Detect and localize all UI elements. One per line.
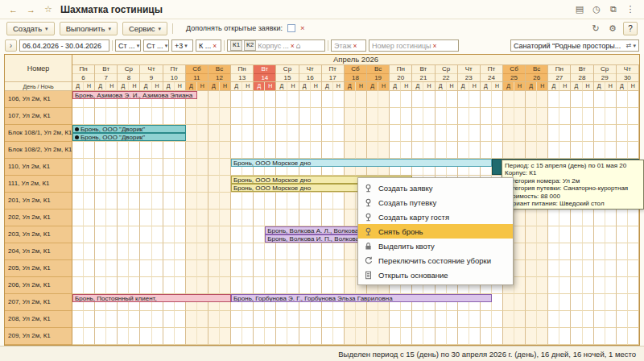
grid-cell[interactable]	[140, 260, 151, 277]
grid-cell[interactable]	[605, 294, 617, 311]
grid-cell[interactable]	[322, 277, 333, 294]
grid-cell[interactable]	[458, 328, 469, 345]
create-button[interactable]: Создать ▾	[6, 22, 55, 35]
day-header[interactable]: Ср15	[276, 65, 299, 82]
grid-cell[interactable]	[367, 125, 378, 142]
grid-cell[interactable]	[514, 294, 526, 311]
grid-cell[interactable]	[594, 328, 605, 345]
grid-cell[interactable]	[254, 193, 265, 210]
grid-cell[interactable]	[129, 193, 140, 210]
execute-button[interactable]: Выполнить ▾	[60, 22, 118, 35]
grid-cell[interactable]	[594, 210, 605, 226]
grid-cell[interactable]	[254, 243, 265, 260]
grid-cell[interactable]	[390, 142, 401, 159]
grid-cell[interactable]	[583, 226, 594, 243]
grid-cell[interactable]	[481, 125, 492, 142]
grid-cell[interactable]	[220, 328, 231, 345]
grid-cell[interactable]	[526, 243, 537, 260]
monitor-icon[interactable]: ▤	[572, 3, 587, 16]
grid-cell[interactable]	[378, 91, 390, 108]
grid-cell[interactable]	[254, 328, 265, 345]
grid-cell[interactable]	[197, 91, 208, 108]
grid-cell[interactable]	[276, 91, 287, 108]
grid-cell[interactable]	[378, 108, 390, 125]
grid-cell[interactable]	[231, 142, 242, 159]
grid-cell[interactable]	[526, 91, 537, 108]
menu-item-create-voucher[interactable]: Создать путевку	[358, 195, 513, 210]
grid-cell[interactable]	[299, 193, 311, 210]
grid-cell[interactable]	[469, 142, 481, 159]
grid-cell[interactable]	[220, 311, 231, 328]
menu-item-create-guest-card[interactable]: Создать карту гостя	[358, 210, 513, 224]
grid-cell[interactable]	[447, 125, 458, 142]
grid-cell[interactable]	[163, 226, 175, 243]
grid-cell[interactable]	[265, 277, 276, 294]
grid-cell[interactable]	[118, 226, 129, 243]
grid-cell[interactable]	[526, 125, 537, 142]
grid-cell[interactable]	[526, 260, 537, 277]
grid-cell[interactable]	[175, 328, 186, 345]
grid-cell[interactable]	[571, 210, 582, 226]
grid-cell[interactable]	[333, 142, 345, 159]
day-header[interactable]: Пт17	[322, 65, 345, 82]
grid-cell[interactable]	[72, 142, 84, 159]
grid-cell[interactable]	[356, 108, 367, 125]
grid-cell[interactable]	[345, 91, 356, 108]
grid-cell[interactable]	[299, 210, 311, 226]
day-header[interactable]: Вт14	[254, 65, 276, 82]
grid-cell[interactable]	[118, 108, 129, 125]
grid-cell[interactable]	[287, 125, 299, 142]
day-header[interactable]: Ср22	[436, 65, 458, 82]
grid-cell[interactable]	[583, 210, 594, 226]
grid-cell[interactable]	[617, 108, 628, 125]
day-header[interactable]: Чт16	[299, 65, 322, 82]
grid-cell[interactable]	[163, 142, 175, 159]
grid-cell[interactable]	[594, 243, 605, 260]
grid-cell[interactable]	[537, 328, 548, 345]
grid-cell[interactable]	[208, 311, 220, 328]
grid-cell[interactable]	[423, 108, 435, 125]
grid-cell[interactable]	[208, 108, 220, 125]
grid-cell[interactable]	[299, 108, 311, 125]
grid-cell[interactable]	[197, 193, 208, 210]
history-clock-icon[interactable]: ◷	[589, 3, 604, 16]
grid-cell[interactable]	[548, 91, 559, 108]
grid-cell[interactable]	[447, 91, 458, 108]
grid-cell[interactable]	[287, 243, 299, 260]
grid-cell[interactable]	[548, 226, 559, 243]
grid-cell[interactable]	[537, 91, 548, 108]
grid-cell[interactable]	[423, 125, 435, 142]
grid-cell[interactable]	[84, 226, 95, 243]
grid-cell[interactable]	[106, 328, 118, 345]
grid-cell[interactable]	[583, 328, 594, 345]
room-label[interactable]: 202, Ул 2м, К1	[5, 210, 72, 226]
grid-cell[interactable]	[118, 277, 129, 294]
grid-cell[interactable]	[311, 243, 322, 260]
grid-cell[interactable]	[322, 108, 333, 125]
grid-cell[interactable]	[129, 243, 140, 260]
grid-cell[interactable]	[140, 311, 151, 328]
grid-cell[interactable]	[559, 243, 571, 260]
grid-cell[interactable]	[118, 328, 129, 345]
grid-cell[interactable]	[220, 142, 231, 159]
grid-cell[interactable]	[231, 260, 242, 277]
grid-cell[interactable]	[152, 277, 163, 294]
grid-cell[interactable]	[583, 142, 594, 159]
day-header[interactable]: Чт23	[458, 65, 481, 82]
grid-cell[interactable]	[118, 311, 129, 328]
grid-cell[interactable]	[401, 108, 412, 125]
service-button[interactable]: Сервис ▾	[122, 22, 167, 35]
room-label[interactable]: 111, Ул 2м, К1	[5, 176, 72, 193]
grid-cell[interactable]	[208, 210, 220, 226]
grid-cell[interactable]	[628, 311, 639, 328]
grid-cell[interactable]	[559, 294, 571, 311]
grid-cell[interactable]	[129, 226, 140, 243]
grid-cell[interactable]	[583, 125, 594, 142]
grid-cell[interactable]	[559, 142, 571, 159]
grid-cell[interactable]	[106, 176, 118, 193]
grid-cell[interactable]	[152, 176, 163, 193]
grid-cell[interactable]	[287, 108, 299, 125]
grid-cell[interactable]	[559, 108, 571, 125]
grid-cell[interactable]	[322, 260, 333, 277]
grid-cell[interactable]	[345, 311, 356, 328]
